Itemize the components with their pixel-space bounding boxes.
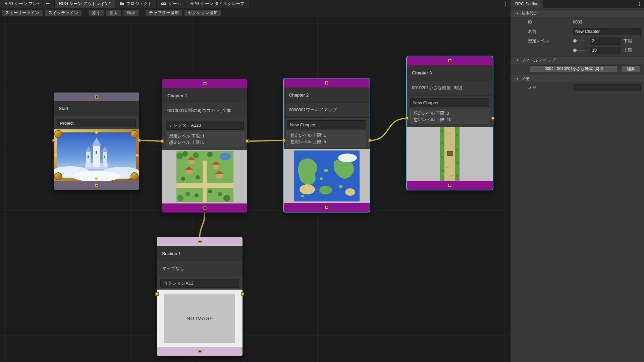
chapter2-name-field[interactable] — [287, 120, 366, 129]
foldout-memo[interactable]: ▼ メモ — [511, 75, 644, 83]
node-header-bar — [54, 93, 139, 101]
port-left[interactable] — [161, 139, 164, 143]
memo-input[interactable] — [573, 84, 641, 91]
tab-rpg-scene-preview[interactable]: RPG シーン プレビュー — [0, 0, 55, 8]
add-section-button[interactable]: セクション追加 — [184, 9, 221, 16]
level-label: 想定レベル — [528, 38, 573, 44]
id-label: ID — [528, 20, 573, 24]
memo-row: メモ — [511, 83, 644, 92]
name-label: 名前 — [528, 29, 573, 35]
node-footer-bar — [284, 203, 370, 212]
tab-label: ゲーム — [168, 1, 181, 7]
foldout-label: 基本設定 — [521, 11, 538, 16]
chapter3-thumbnail — [407, 127, 493, 181]
node-chapter-3[interactable]: Chapter 3 0010201小さな廃屋_周辺 想定レベル 下限: 3 想定… — [407, 56, 493, 190]
connector-handle-top[interactable] — [198, 240, 201, 243]
foldout-basic-settings[interactable]: ▼ 基本設定 — [511, 9, 644, 17]
connector-handle-top[interactable] — [448, 59, 451, 62]
town-map-image — [176, 151, 233, 202]
chapter1-level-box: 想定レベル 下限: 1 想定レベル 上限: 5 — [166, 132, 244, 147]
port-left[interactable] — [282, 139, 285, 142]
connector-handle-bottom[interactable] — [198, 350, 201, 353]
inspector-menu-kebab-icon[interactable]: ⋮ — [635, 0, 644, 8]
tab-game[interactable]: ゲーム — [157, 0, 186, 8]
tab-rpg-scene-outline[interactable]: RPG シーン アウトライン* — [55, 0, 115, 8]
fieldmap-row: 0004 : 0010201小さな廃屋_周辺 編集 — [511, 64, 644, 73]
name-input[interactable] — [573, 28, 641, 35]
fieldmap-select-button[interactable]: 0004 : 0010201小さな廃屋_周辺 — [530, 65, 618, 72]
port-right[interactable] — [491, 117, 494, 120]
tab-label: RPG シーン アウトライン* — [59, 1, 111, 7]
level-max-input[interactable] — [590, 47, 621, 54]
tab-label: RPG シーン プレビュー — [4, 1, 50, 7]
gamepad-icon — [161, 2, 166, 6]
add-chapter-button[interactable]: チャプター追加 — [145, 9, 182, 16]
memo-label: メモ — [528, 85, 573, 90]
connector-handle-top[interactable] — [95, 96, 98, 99]
level-max-text: 想定レベル 上限: 5 — [169, 139, 240, 146]
node-start[interactable]: Start — [54, 93, 139, 190]
storyline-button[interactable]: ストーリーライン — [1, 9, 43, 16]
level-max-slider[interactable] — [573, 50, 586, 51]
connector-handle-bottom[interactable] — [325, 206, 328, 209]
level-min-slider[interactable] — [573, 41, 586, 41]
chapter3-level-box: 想定レベル 下限: 3 想定レベル 上限: 10 — [410, 109, 489, 124]
slider-knob[interactable] — [573, 39, 577, 43]
zoom-out-button[interactable]: 縮小 — [123, 9, 139, 16]
port-right[interactable] — [246, 139, 249, 143]
inspector-strip-spacer — [543, 0, 635, 8]
node-footer-bar — [407, 181, 493, 190]
connector-handle-top[interactable] — [203, 82, 206, 85]
foldout-field-map[interactable]: ▼ フィールドマップ — [511, 56, 644, 64]
node-header-bar — [284, 78, 370, 87]
no-image-placeholder: NO IMAGE — [164, 294, 235, 343]
node-section-1[interactable]: Section 1 マップなし NO IMAGE — [157, 237, 243, 356]
port-right[interactable] — [138, 139, 141, 142]
node-map-name: 0010001辺境の町ココカラ_全体 — [162, 103, 247, 118]
chapter2-level-box: 想定レベル 下限: 1 想定レベル 上限: 5 — [287, 131, 366, 146]
tab-label: RPG シーン タイルグループ — [190, 1, 244, 7]
canvas-menu-kebab-icon[interactable]: ⋮ — [501, 0, 510, 8]
port-right[interactable] — [368, 139, 371, 142]
node-chapter-2[interactable]: Chapter 2 0000001ワールドマップ 想定レベル 下限: 1 想定レ… — [284, 78, 370, 212]
port-left[interactable] — [405, 117, 409, 120]
level-min-text: 想定レベル 下限: 1 — [169, 133, 240, 139]
inspector-panel: RPG Setting ⋮ ▼ 基本設定 ID 0003 名前 想定レベル 下限… — [510, 0, 644, 362]
id-row: ID 0003 — [511, 17, 644, 27]
connector-handle-bottom[interactable] — [448, 184, 451, 187]
node-footer-bar — [54, 181, 139, 190]
chapter2-thumbnail — [284, 149, 370, 203]
connector-handle-bottom[interactable] — [95, 184, 98, 187]
tab-project[interactable]: プロジェクト — [115, 0, 157, 8]
actual-size-button[interactable]: 原寸 — [88, 9, 104, 16]
node-chapter-1[interactable]: Chapter 1 0010001辺境の町ココカラ_全体 想定レベル 下限: 1… — [162, 79, 247, 213]
start-thumbnail — [54, 129, 139, 181]
port-left[interactable] — [155, 292, 159, 296]
node-map-name: 0000001ワールドマップ — [284, 103, 370, 118]
chapter1-name-field[interactable] — [166, 121, 244, 130]
port-left[interactable] — [52, 139, 55, 142]
start-project-field[interactable] — [57, 119, 136, 127]
slider-knob[interactable] — [573, 49, 577, 52]
level-max-text: 想定レベル 上限: 5 — [290, 139, 363, 145]
zoom-in-button[interactable]: 拡大 — [106, 9, 121, 16]
name-row: 名前 — [511, 27, 644, 36]
path-map-image — [440, 127, 460, 181]
node-header-bar — [157, 237, 243, 246]
level-min-input[interactable] — [590, 38, 621, 45]
section1-name-field[interactable] — [160, 279, 239, 288]
node-map-name: 0010201小さな廃屋_周辺 — [407, 80, 493, 96]
switchline-button[interactable]: スイッチライン — [45, 9, 82, 16]
chapter3-name-field[interactable] — [410, 98, 489, 107]
tab-rpg-setting[interactable]: RPG Setting — [511, 0, 543, 8]
connector-handle-top[interactable] — [325, 81, 328, 84]
level-min-text: 想定レベル 下限: 3 — [414, 110, 486, 117]
folder-icon — [120, 2, 124, 6]
connector-handle-bottom[interactable] — [203, 206, 206, 209]
edit-button[interactable]: 編集 — [621, 65, 641, 72]
max-suffix-label: 上限 — [624, 48, 632, 53]
tab-rpg-scene-tilegroup[interactable]: RPG シーン タイルグループ — [186, 0, 249, 8]
foldout-arrow-icon: ▼ — [516, 77, 519, 80]
port-right[interactable] — [241, 292, 244, 296]
world-map-image — [294, 150, 360, 201]
